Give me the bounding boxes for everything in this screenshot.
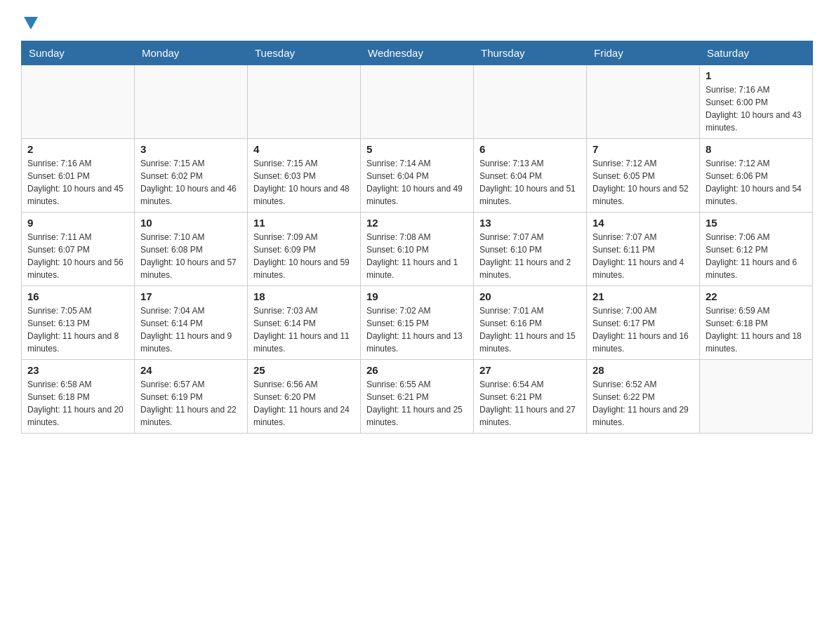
day-info: Sunrise: 7:12 AM Sunset: 6:06 PM Dayligh… (706, 157, 807, 208)
calendar-week-row: 1Sunrise: 7:16 AM Sunset: 6:00 PM Daylig… (22, 65, 813, 139)
day-of-week-header: Sunday (22, 41, 135, 65)
day-of-week-header: Saturday (700, 41, 813, 65)
day-number: 3 (140, 143, 241, 155)
day-number: 26 (366, 364, 468, 376)
day-info: Sunrise: 6:56 AM Sunset: 6:20 PM Dayligh… (253, 378, 355, 429)
calendar-table: SundayMondayTuesdayWednesdayThursdayFrid… (21, 41, 813, 434)
day-number: 23 (27, 364, 128, 376)
day-number: 7 (593, 143, 694, 155)
day-info: Sunrise: 7:03 AM Sunset: 6:14 PM Dayligh… (253, 304, 355, 355)
day-info: Sunrise: 7:01 AM Sunset: 6:16 PM Dayligh… (479, 304, 581, 355)
day-number: 25 (253, 364, 355, 376)
calendar-cell (361, 65, 474, 139)
day-info: Sunrise: 7:02 AM Sunset: 6:15 PM Dayligh… (366, 304, 468, 355)
calendar-cell: 10Sunrise: 7:10 AM Sunset: 6:08 PM Dayli… (135, 213, 248, 286)
day-info: Sunrise: 7:07 AM Sunset: 6:10 PM Dayligh… (479, 231, 581, 281)
day-number: 5 (366, 143, 468, 155)
calendar-cell: 7Sunrise: 7:12 AM Sunset: 6:05 PM Daylig… (587, 139, 700, 213)
day-number: 21 (593, 290, 694, 302)
logo-triangle-icon (24, 17, 38, 29)
calendar-cell: 12Sunrise: 7:08 AM Sunset: 6:10 PM Dayli… (361, 213, 474, 286)
logo (21, 14, 38, 29)
day-of-week-header: Friday (587, 41, 700, 65)
day-info: Sunrise: 6:54 AM Sunset: 6:21 PM Dayligh… (479, 378, 581, 429)
day-info: Sunrise: 7:06 AM Sunset: 6:12 PM Dayligh… (706, 231, 807, 281)
day-number: 4 (253, 143, 355, 155)
day-number: 1 (706, 69, 807, 81)
day-info: Sunrise: 7:08 AM Sunset: 6:10 PM Dayligh… (366, 231, 468, 281)
calendar-cell: 28Sunrise: 6:52 AM Sunset: 6:22 PM Dayli… (587, 360, 700, 434)
day-number: 13 (479, 217, 581, 229)
calendar-cell: 21Sunrise: 7:00 AM Sunset: 6:17 PM Dayli… (587, 286, 700, 360)
calendar-week-row: 9Sunrise: 7:11 AM Sunset: 6:07 PM Daylig… (22, 213, 813, 286)
calendar-cell: 15Sunrise: 7:06 AM Sunset: 6:12 PM Dayli… (700, 213, 813, 286)
day-number: 12 (366, 217, 468, 229)
calendar-cell: 27Sunrise: 6:54 AM Sunset: 6:21 PM Dayli… (474, 360, 587, 434)
day-info: Sunrise: 7:09 AM Sunset: 6:09 PM Dayligh… (253, 231, 355, 281)
day-info: Sunrise: 7:13 AM Sunset: 6:04 PM Dayligh… (479, 157, 581, 208)
day-info: Sunrise: 7:14 AM Sunset: 6:04 PM Dayligh… (366, 157, 468, 208)
day-info: Sunrise: 7:00 AM Sunset: 6:17 PM Dayligh… (593, 304, 694, 355)
calendar-cell (700, 360, 813, 434)
day-of-week-header: Thursday (474, 41, 587, 65)
calendar-cell: 26Sunrise: 6:55 AM Sunset: 6:21 PM Dayli… (361, 360, 474, 434)
calendar-cell: 8Sunrise: 7:12 AM Sunset: 6:06 PM Daylig… (700, 139, 813, 213)
calendar-cell: 2Sunrise: 7:16 AM Sunset: 6:01 PM Daylig… (22, 139, 135, 213)
day-number: 8 (706, 143, 807, 155)
day-number: 28 (593, 364, 694, 376)
calendar-week-row: 16Sunrise: 7:05 AM Sunset: 6:13 PM Dayli… (22, 286, 813, 360)
day-number: 10 (140, 217, 241, 229)
day-info: Sunrise: 7:10 AM Sunset: 6:08 PM Dayligh… (140, 231, 241, 281)
day-number: 16 (27, 290, 128, 302)
calendar-cell: 17Sunrise: 7:04 AM Sunset: 6:14 PM Dayli… (135, 286, 248, 360)
calendar-header-row: SundayMondayTuesdayWednesdayThursdayFrid… (22, 41, 813, 65)
day-number: 27 (479, 364, 581, 376)
day-number: 9 (27, 217, 128, 229)
calendar-week-row: 2Sunrise: 7:16 AM Sunset: 6:01 PM Daylig… (22, 139, 813, 213)
day-info: Sunrise: 7:15 AM Sunset: 6:02 PM Dayligh… (140, 157, 241, 208)
day-number: 2 (27, 143, 128, 155)
calendar-cell (248, 65, 361, 139)
calendar-cell: 3Sunrise: 7:15 AM Sunset: 6:02 PM Daylig… (135, 139, 248, 213)
calendar-cell: 13Sunrise: 7:07 AM Sunset: 6:10 PM Dayli… (474, 213, 587, 286)
day-number: 24 (140, 364, 241, 376)
calendar-cell: 6Sunrise: 7:13 AM Sunset: 6:04 PM Daylig… (474, 139, 587, 213)
calendar-cell: 11Sunrise: 7:09 AM Sunset: 6:09 PM Dayli… (248, 213, 361, 286)
calendar-week-row: 23Sunrise: 6:58 AM Sunset: 6:18 PM Dayli… (22, 360, 813, 434)
day-info: Sunrise: 7:16 AM Sunset: 6:01 PM Dayligh… (27, 157, 128, 208)
calendar-cell: 23Sunrise: 6:58 AM Sunset: 6:18 PM Dayli… (22, 360, 135, 434)
day-info: Sunrise: 6:52 AM Sunset: 6:22 PM Dayligh… (593, 378, 694, 429)
day-info: Sunrise: 6:59 AM Sunset: 6:18 PM Dayligh… (706, 304, 807, 355)
calendar-cell: 19Sunrise: 7:02 AM Sunset: 6:15 PM Dayli… (361, 286, 474, 360)
calendar-cell: 25Sunrise: 6:56 AM Sunset: 6:20 PM Dayli… (248, 360, 361, 434)
calendar-cell: 1Sunrise: 7:16 AM Sunset: 6:00 PM Daylig… (700, 65, 813, 139)
day-info: Sunrise: 7:16 AM Sunset: 6:00 PM Dayligh… (706, 83, 807, 134)
day-info: Sunrise: 6:57 AM Sunset: 6:19 PM Dayligh… (140, 378, 241, 429)
calendar-cell (587, 65, 700, 139)
calendar-cell: 20Sunrise: 7:01 AM Sunset: 6:16 PM Dayli… (474, 286, 587, 360)
day-info: Sunrise: 7:04 AM Sunset: 6:14 PM Dayligh… (140, 304, 241, 355)
day-number: 11 (253, 217, 355, 229)
calendar-cell: 16Sunrise: 7:05 AM Sunset: 6:13 PM Dayli… (22, 286, 135, 360)
day-number: 22 (706, 290, 807, 302)
calendar-cell (135, 65, 248, 139)
day-of-week-header: Wednesday (361, 41, 474, 65)
day-info: Sunrise: 7:12 AM Sunset: 6:05 PM Dayligh… (593, 157, 694, 208)
day-number: 6 (479, 143, 581, 155)
day-info: Sunrise: 7:15 AM Sunset: 6:03 PM Dayligh… (253, 157, 355, 208)
day-number: 19 (366, 290, 468, 302)
day-info: Sunrise: 7:07 AM Sunset: 6:11 PM Dayligh… (593, 231, 694, 281)
calendar-cell (474, 65, 587, 139)
calendar-cell (22, 65, 135, 139)
day-info: Sunrise: 7:11 AM Sunset: 6:07 PM Dayligh… (27, 231, 128, 281)
day-number: 15 (706, 217, 807, 229)
calendar-cell: 4Sunrise: 7:15 AM Sunset: 6:03 PM Daylig… (248, 139, 361, 213)
calendar-cell: 22Sunrise: 6:59 AM Sunset: 6:18 PM Dayli… (700, 286, 813, 360)
day-number: 17 (140, 290, 241, 302)
day-info: Sunrise: 6:55 AM Sunset: 6:21 PM Dayligh… (366, 378, 468, 429)
page-header (21, 14, 813, 29)
day-info: Sunrise: 6:58 AM Sunset: 6:18 PM Dayligh… (27, 378, 128, 429)
day-number: 20 (479, 290, 581, 302)
calendar-cell: 24Sunrise: 6:57 AM Sunset: 6:19 PM Dayli… (135, 360, 248, 434)
calendar-cell: 18Sunrise: 7:03 AM Sunset: 6:14 PM Dayli… (248, 286, 361, 360)
